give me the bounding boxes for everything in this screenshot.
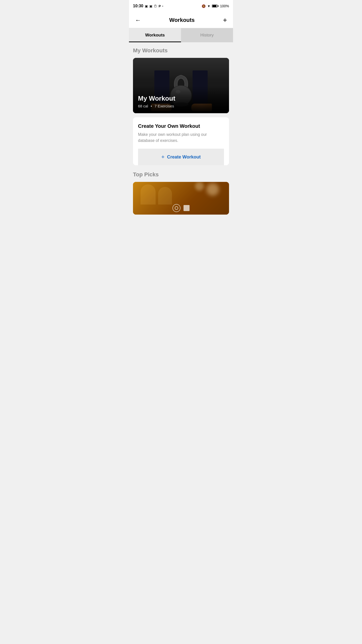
main-content: My Workouts <box>129 42 233 220</box>
tab-workouts[interactable]: Workouts <box>129 28 181 42</box>
figure-1 <box>141 184 156 205</box>
my-workouts-section: My Workouts <box>133 47 229 165</box>
battery-percent: 100% <box>220 4 229 8</box>
workout-card[interactable]: My Workout 68 cal • 7 Exercises <box>133 58 229 113</box>
mute-icon: 🔕 <box>202 4 206 8</box>
status-left: 10:30 ▣ ▣ 🗒 P • <box>133 4 163 8</box>
figure-2 <box>158 187 172 205</box>
workout-name: My Workout <box>138 95 224 102</box>
status-right: 🔕 ▼ 100% <box>202 4 229 8</box>
phone-icon-2: ▣ <box>149 4 152 8</box>
clipboard-icon: 🗒 <box>154 4 157 8</box>
create-card-title: Create Your Own Workout <box>138 123 224 129</box>
battery-icon <box>212 5 218 8</box>
status-bar: 10:30 ▣ ▣ 🗒 P • 🔕 ▼ 100% <box>129 0 233 12</box>
tab-history[interactable]: History <box>181 28 233 42</box>
meta-dot: • <box>151 104 152 108</box>
app-bar-title: Workouts <box>169 17 195 23</box>
workout-calories: 68 cal <box>138 104 148 108</box>
create-workout-label: Create Workout <box>167 154 201 160</box>
top-picks-card[interactable] <box>133 182 229 215</box>
top-picks-title: Top Picks <box>133 171 229 178</box>
tabs-container: Workouts History <box>129 28 233 42</box>
create-plus-icon: + <box>161 154 165 160</box>
top-picks-section: Top Picks <box>133 171 229 215</box>
create-workout-card: Create Your Own Workout Make your own wo… <box>133 117 229 165</box>
bokeh-2 <box>195 182 204 191</box>
tab-history-label: History <box>200 33 214 38</box>
record-inner <box>175 206 178 210</box>
bokeh-1 <box>206 183 219 196</box>
parking-icon: P <box>159 4 161 8</box>
create-workout-button[interactable]: + Create Workout <box>138 149 224 165</box>
workout-meta: 68 cal • 7 Exercises <box>138 104 224 108</box>
phone-icon-1: ▣ <box>145 4 148 8</box>
record-button <box>172 204 180 212</box>
media-controls <box>172 204 190 212</box>
status-time: 10:30 <box>133 4 143 8</box>
top-picks-image <box>133 182 229 215</box>
workout-card-overlay: My Workout 68 cal • 7 Exercises <box>133 90 229 113</box>
app-bar: ← Workouts + <box>129 12 233 28</box>
stop-button <box>184 205 190 211</box>
dot-icon: • <box>162 5 163 8</box>
back-button[interactable]: ← <box>134 16 142 25</box>
workout-exercises: 7 Exercises <box>155 104 174 108</box>
add-button[interactable]: + <box>222 15 228 25</box>
tab-workouts-label: Workouts <box>145 33 165 38</box>
create-card-description: Make your own workout plan using our dat… <box>138 132 224 144</box>
my-workouts-title: My Workouts <box>133 47 229 54</box>
wifi-icon: ▼ <box>207 4 210 8</box>
